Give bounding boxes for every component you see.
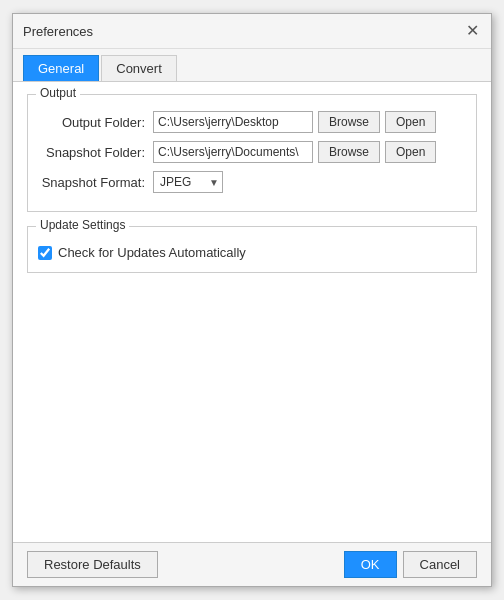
output-section-legend: Output	[36, 86, 80, 100]
footer: Restore Defaults OK Cancel	[13, 542, 491, 586]
snapshot-format-label: Snapshot Format:	[38, 175, 153, 190]
cancel-button[interactable]: Cancel	[403, 551, 477, 578]
title-bar: Preferences ✕	[13, 14, 491, 49]
check-updates-checkbox[interactable]	[38, 246, 52, 260]
snapshot-format-row: Snapshot Format: JPEG PNG BMP ▼	[38, 171, 466, 193]
check-updates-label: Check for Updates Automatically	[58, 245, 246, 260]
snapshot-format-select[interactable]: JPEG PNG BMP	[153, 171, 223, 193]
snapshot-format-wrapper: JPEG PNG BMP ▼	[153, 171, 223, 193]
dialog-title: Preferences	[23, 24, 93, 39]
snapshot-folder-open-button[interactable]: Open	[385, 141, 436, 163]
restore-defaults-button[interactable]: Restore Defaults	[27, 551, 158, 578]
snapshot-folder-input[interactable]	[153, 141, 313, 163]
update-section: Update Settings Check for Updates Automa…	[27, 226, 477, 273]
tab-general[interactable]: General	[23, 55, 99, 81]
tab-convert[interactable]: Convert	[101, 55, 177, 81]
output-section: Output Output Folder: Browse Open Snapsh…	[27, 94, 477, 212]
output-folder-label: Output Folder:	[38, 115, 153, 130]
close-button[interactable]: ✕	[463, 22, 481, 40]
ok-button[interactable]: OK	[344, 551, 397, 578]
output-folder-browse-button[interactable]: Browse	[318, 111, 380, 133]
output-folder-open-button[interactable]: Open	[385, 111, 436, 133]
output-folder-input[interactable]	[153, 111, 313, 133]
tab-bar: General Convert	[13, 49, 491, 82]
footer-right-buttons: OK Cancel	[344, 551, 477, 578]
output-folder-row: Output Folder: Browse Open	[38, 111, 466, 133]
update-section-legend: Update Settings	[36, 218, 129, 232]
check-updates-row: Check for Updates Automatically	[38, 243, 466, 262]
snapshot-folder-label: Snapshot Folder:	[38, 145, 153, 160]
snapshot-folder-row: Snapshot Folder: Browse Open	[38, 141, 466, 163]
content-area: Output Output Folder: Browse Open Snapsh…	[13, 82, 491, 542]
snapshot-folder-browse-button[interactable]: Browse	[318, 141, 380, 163]
preferences-dialog: Preferences ✕ General Convert Output Out…	[12, 13, 492, 587]
